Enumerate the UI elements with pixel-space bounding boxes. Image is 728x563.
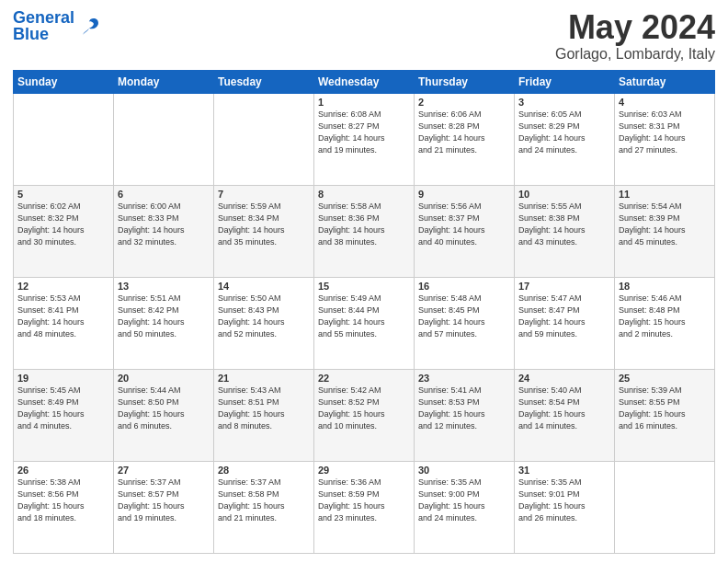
calendar-cell: 26Sunrise: 5:38 AM Sunset: 8:56 PM Dayli…: [14, 461, 114, 553]
column-header-sunday: Sunday: [14, 70, 114, 93]
week-row-5: 26Sunrise: 5:38 AM Sunset: 8:56 PM Dayli…: [14, 461, 715, 553]
month-title: May 2024: [555, 9, 715, 46]
header: General Blue May 2024 Gorlago, Lombardy,…: [13, 9, 715, 63]
calendar-cell: 22Sunrise: 5:42 AM Sunset: 8:52 PM Dayli…: [314, 369, 415, 461]
day-info: Sunrise: 5:35 AM Sunset: 9:00 PM Dayligh…: [418, 477, 510, 524]
day-number: 5: [17, 189, 109, 200]
week-row-2: 5Sunrise: 6:02 AM Sunset: 8:32 PM Daylig…: [14, 185, 715, 277]
calendar-cell: 15Sunrise: 5:49 AM Sunset: 8:44 PM Dayli…: [314, 277, 415, 369]
day-info: Sunrise: 5:56 AM Sunset: 8:37 PM Dayligh…: [418, 201, 510, 248]
calendar-cell: [114, 93, 214, 185]
day-info: Sunrise: 5:48 AM Sunset: 8:45 PM Dayligh…: [418, 293, 510, 340]
day-info: Sunrise: 6:08 AM Sunset: 8:27 PM Dayligh…: [318, 109, 410, 156]
calendar-cell: 28Sunrise: 5:37 AM Sunset: 8:58 PM Dayli…: [214, 461, 314, 553]
day-number: 18: [619, 281, 711, 292]
day-number: 26: [17, 465, 109, 476]
day-number: 8: [318, 189, 410, 200]
day-number: 19: [17, 373, 109, 384]
calendar-cell: 23Sunrise: 5:41 AM Sunset: 8:53 PM Dayli…: [415, 369, 515, 461]
calendar-cell: 27Sunrise: 5:37 AM Sunset: 8:57 PM Dayli…: [114, 461, 214, 553]
day-number: 14: [218, 281, 310, 292]
day-number: 3: [518, 97, 610, 108]
day-number: 17: [518, 281, 610, 292]
logo-blue: Blue: [13, 25, 49, 43]
calendar-cell: 20Sunrise: 5:44 AM Sunset: 8:50 PM Dayli…: [114, 369, 214, 461]
day-info: Sunrise: 5:59 AM Sunset: 8:34 PM Dayligh…: [218, 201, 310, 248]
calendar-cell: 19Sunrise: 5:45 AM Sunset: 8:49 PM Dayli…: [14, 369, 114, 461]
day-number: 4: [619, 97, 711, 108]
calendar-cell: 8Sunrise: 5:58 AM Sunset: 8:36 PM Daylig…: [314, 185, 415, 277]
page: General Blue May 2024 Gorlago, Lombardy,…: [0, 0, 728, 563]
calendar-cell: 3Sunrise: 6:05 AM Sunset: 8:29 PM Daylig…: [515, 93, 615, 185]
day-info: Sunrise: 5:51 AM Sunset: 8:42 PM Dayligh…: [118, 293, 210, 340]
calendar-cell: 25Sunrise: 5:39 AM Sunset: 8:55 PM Dayli…: [615, 369, 715, 461]
column-header-friday: Friday: [515, 70, 615, 93]
calendar-cell: 21Sunrise: 5:43 AM Sunset: 8:51 PM Dayli…: [214, 369, 314, 461]
day-number: 27: [118, 465, 210, 476]
calendar-cell: 1Sunrise: 6:08 AM Sunset: 8:27 PM Daylig…: [314, 93, 415, 185]
day-info: Sunrise: 5:43 AM Sunset: 8:51 PM Dayligh…: [218, 385, 310, 432]
day-info: Sunrise: 6:05 AM Sunset: 8:29 PM Dayligh…: [518, 109, 610, 156]
calendar-cell: 12Sunrise: 5:53 AM Sunset: 8:41 PM Dayli…: [14, 277, 114, 369]
day-info: Sunrise: 6:02 AM Sunset: 8:32 PM Dayligh…: [17, 201, 109, 248]
day-info: Sunrise: 5:37 AM Sunset: 8:57 PM Dayligh…: [118, 477, 210, 524]
day-number: 10: [518, 189, 610, 200]
logo-general: General: [13, 8, 74, 27]
day-info: Sunrise: 5:44 AM Sunset: 8:50 PM Dayligh…: [118, 385, 210, 432]
calendar-cell: 4Sunrise: 6:03 AM Sunset: 8:31 PM Daylig…: [615, 93, 715, 185]
day-info: Sunrise: 6:00 AM Sunset: 8:33 PM Dayligh…: [118, 201, 210, 248]
day-number: 6: [118, 189, 210, 200]
day-number: 31: [518, 465, 610, 476]
day-info: Sunrise: 5:47 AM Sunset: 8:47 PM Dayligh…: [518, 293, 610, 340]
header-row: SundayMondayTuesdayWednesdayThursdayFrid…: [14, 70, 715, 93]
day-number: 16: [418, 281, 510, 292]
calendar-cell: 10Sunrise: 5:55 AM Sunset: 8:38 PM Dayli…: [515, 185, 615, 277]
day-info: Sunrise: 5:58 AM Sunset: 8:36 PM Dayligh…: [318, 201, 410, 248]
calendar-cell: 13Sunrise: 5:51 AM Sunset: 8:42 PM Dayli…: [114, 277, 214, 369]
calendar-body: 1Sunrise: 6:08 AM Sunset: 8:27 PM Daylig…: [14, 93, 715, 553]
day-info: Sunrise: 5:35 AM Sunset: 9:01 PM Dayligh…: [518, 477, 610, 524]
day-number: 1: [318, 97, 410, 108]
calendar-cell: 6Sunrise: 6:00 AM Sunset: 8:33 PM Daylig…: [114, 185, 214, 277]
calendar-cell: [214, 93, 314, 185]
calendar-cell: 30Sunrise: 5:35 AM Sunset: 9:00 PM Dayli…: [415, 461, 515, 553]
calendar-cell: 24Sunrise: 5:40 AM Sunset: 8:54 PM Dayli…: [515, 369, 615, 461]
day-info: Sunrise: 5:53 AM Sunset: 8:41 PM Dayligh…: [17, 293, 109, 340]
day-number: 30: [418, 465, 510, 476]
day-info: Sunrise: 5:40 AM Sunset: 8:54 PM Dayligh…: [518, 385, 610, 432]
day-info: Sunrise: 5:55 AM Sunset: 8:38 PM Dayligh…: [518, 201, 610, 248]
day-number: 12: [17, 281, 109, 292]
calendar-cell: 31Sunrise: 5:35 AM Sunset: 9:01 PM Dayli…: [515, 461, 615, 553]
day-number: 2: [418, 97, 510, 108]
column-header-wednesday: Wednesday: [314, 70, 415, 93]
day-number: 7: [218, 189, 310, 200]
logo-bird-icon: [76, 13, 102, 39]
calendar-cell: 11Sunrise: 5:54 AM Sunset: 8:39 PM Dayli…: [615, 185, 715, 277]
column-header-thursday: Thursday: [415, 70, 515, 93]
day-info: Sunrise: 5:54 AM Sunset: 8:39 PM Dayligh…: [619, 201, 711, 248]
calendar-cell: [615, 461, 715, 553]
calendar-cell: 18Sunrise: 5:46 AM Sunset: 8:48 PM Dayli…: [615, 277, 715, 369]
day-info: Sunrise: 5:39 AM Sunset: 8:55 PM Dayligh…: [619, 385, 711, 432]
location-title: Gorlago, Lombardy, Italy: [555, 46, 715, 63]
day-number: 23: [418, 373, 510, 384]
day-info: Sunrise: 5:37 AM Sunset: 8:58 PM Dayligh…: [218, 477, 310, 524]
calendar-cell: 14Sunrise: 5:50 AM Sunset: 8:43 PM Dayli…: [214, 277, 314, 369]
day-info: Sunrise: 6:03 AM Sunset: 8:31 PM Dayligh…: [619, 109, 711, 156]
calendar-cell: 17Sunrise: 5:47 AM Sunset: 8:47 PM Dayli…: [515, 277, 615, 369]
calendar-cell: 9Sunrise: 5:56 AM Sunset: 8:37 PM Daylig…: [415, 185, 515, 277]
calendar: SundayMondayTuesdayWednesdayThursdayFrid…: [13, 70, 715, 554]
calendar-cell: 5Sunrise: 6:02 AM Sunset: 8:32 PM Daylig…: [14, 185, 114, 277]
day-number: 25: [619, 373, 711, 384]
column-header-tuesday: Tuesday: [214, 70, 314, 93]
calendar-cell: [14, 93, 114, 185]
day-info: Sunrise: 5:49 AM Sunset: 8:44 PM Dayligh…: [318, 293, 410, 340]
day-info: Sunrise: 6:06 AM Sunset: 8:28 PM Dayligh…: [418, 109, 510, 156]
week-row-1: 1Sunrise: 6:08 AM Sunset: 8:27 PM Daylig…: [14, 93, 715, 185]
day-number: 11: [619, 189, 711, 200]
day-number: 29: [318, 465, 410, 476]
day-number: 15: [318, 281, 410, 292]
day-number: 9: [418, 189, 510, 200]
day-info: Sunrise: 5:38 AM Sunset: 8:56 PM Dayligh…: [17, 477, 109, 524]
day-info: Sunrise: 5:45 AM Sunset: 8:49 PM Dayligh…: [17, 385, 109, 432]
